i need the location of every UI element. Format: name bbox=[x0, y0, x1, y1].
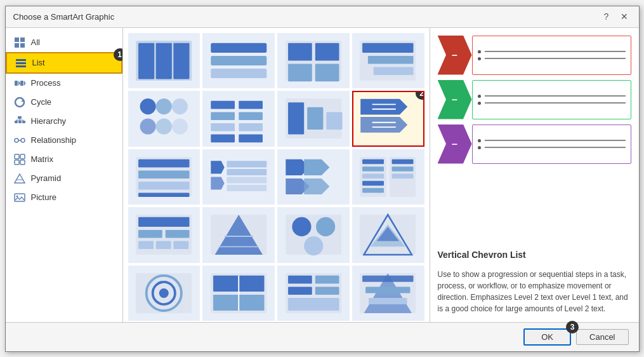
thumbnail-10[interactable] bbox=[202, 149, 275, 205]
thumbnail-17[interactable] bbox=[128, 266, 200, 321]
sidebar-label-matrix: Matrix bbox=[31, 154, 53, 164]
thumbnail-18[interactable] bbox=[202, 266, 275, 321]
sidebar-item-pyramid[interactable]: Pyramid bbox=[6, 169, 122, 188]
svg-rect-92 bbox=[362, 181, 384, 186]
bullet-line-1a bbox=[478, 50, 626, 53]
thumbnail-chevron-selected[interactable]: 2 bbox=[352, 91, 424, 147]
svg-marker-8 bbox=[18, 81, 20, 86]
bullet-line-1b bbox=[478, 57, 626, 60]
sidebar-item-all[interactable]: All bbox=[6, 33, 122, 52]
preview-text-green bbox=[472, 80, 631, 119]
svg-rect-34 bbox=[156, 43, 172, 79]
badge-1: 1 bbox=[114, 48, 123, 61]
svg-marker-77 bbox=[211, 161, 224, 173]
svg-rect-30 bbox=[15, 194, 25, 201]
dash-1a bbox=[485, 51, 626, 52]
dash-2b bbox=[485, 102, 626, 104]
thumbnail-1[interactable] bbox=[128, 33, 200, 89]
svg-rect-24 bbox=[15, 154, 19, 159]
sidebar-item-relationship[interactable]: Relationship bbox=[6, 131, 122, 150]
all-icon bbox=[13, 36, 26, 49]
sidebar-item-matrix[interactable]: Matrix bbox=[6, 150, 122, 169]
thumbnail-11[interactable] bbox=[277, 149, 350, 205]
svg-rect-27 bbox=[20, 160, 25, 165]
thumbnail-4[interactable] bbox=[352, 33, 424, 89]
svg-rect-1 bbox=[20, 37, 25, 42]
sidebar-item-cycle[interactable]: Cycle bbox=[6, 93, 122, 112]
thumbnail-15[interactable] bbox=[277, 207, 350, 263]
svg-rect-0 bbox=[15, 37, 19, 42]
svg-rect-75 bbox=[138, 182, 189, 190]
thumbnail-12[interactable] bbox=[352, 149, 424, 205]
svg-rect-101 bbox=[138, 241, 154, 250]
svg-rect-125 bbox=[288, 276, 312, 284]
svg-point-51 bbox=[140, 119, 156, 135]
dot-2b bbox=[478, 102, 481, 105]
dot-3b bbox=[478, 146, 481, 149]
svg-rect-41 bbox=[315, 43, 339, 61]
thumbnail-9[interactable] bbox=[128, 149, 200, 205]
svg-rect-63 bbox=[288, 103, 304, 135]
bullet-line-3a bbox=[478, 139, 626, 142]
thumbnail-2[interactable] bbox=[202, 33, 275, 89]
svg-rect-91 bbox=[362, 173, 384, 178]
sidebar-item-hierarchy[interactable]: Hierarchy bbox=[6, 112, 122, 131]
svg-rect-16 bbox=[22, 121, 25, 123]
thumbnail-7[interactable] bbox=[277, 91, 350, 147]
thumbnail-5[interactable] bbox=[128, 91, 200, 147]
svg-rect-102 bbox=[156, 241, 171, 250]
svg-marker-86 bbox=[304, 178, 329, 194]
sidebar-label-relationship: Relationship bbox=[31, 135, 77, 145]
svg-rect-93 bbox=[362, 188, 384, 193]
close-button[interactable]: ✕ bbox=[617, 10, 631, 24]
category-sidebar: All List 1 bbox=[6, 28, 123, 322]
svg-rect-3 bbox=[20, 43, 25, 48]
cancel-button[interactable]: Cancel bbox=[576, 329, 628, 345]
svg-rect-60 bbox=[239, 123, 263, 131]
svg-rect-95 bbox=[392, 166, 414, 172]
thumbnail-19[interactable] bbox=[277, 266, 350, 321]
dialog-content: All List 1 bbox=[6, 28, 639, 322]
sidebar-item-process[interactable]: Process bbox=[6, 74, 122, 93]
thumbnail-14[interactable] bbox=[202, 207, 275, 263]
preview-text-red bbox=[472, 36, 631, 75]
thumbnail-16[interactable] bbox=[352, 207, 424, 263]
preview-list: – – bbox=[438, 36, 631, 241]
svg-rect-127 bbox=[315, 276, 339, 284]
svg-marker-84 bbox=[304, 159, 329, 175]
sidebar-label-hierarchy: Hierarchy bbox=[31, 116, 67, 126]
right-panel: – – bbox=[430, 28, 639, 322]
thumbnail-13[interactable] bbox=[128, 207, 200, 263]
thumbnail-6[interactable] bbox=[202, 91, 275, 147]
svg-rect-129 bbox=[288, 298, 339, 311]
svg-rect-13 bbox=[18, 116, 22, 119]
sidebar-item-list[interactable]: List 1 bbox=[6, 52, 122, 74]
list-icon bbox=[15, 57, 27, 69]
svg-rect-54 bbox=[211, 101, 235, 109]
preview-item-3: – bbox=[438, 125, 631, 164]
svg-rect-133 bbox=[365, 286, 410, 293]
bullet-line-2a bbox=[478, 95, 626, 98]
picture-icon bbox=[13, 191, 26, 204]
sidebar-item-picture[interactable]: Picture bbox=[6, 188, 122, 207]
svg-marker-28 bbox=[15, 174, 25, 183]
help-button[interactable]: ? bbox=[600, 10, 614, 24]
chevron-minus-1: – bbox=[452, 50, 457, 61]
thumbnail-3[interactable] bbox=[277, 33, 350, 89]
title-bar-controls: ? ✕ bbox=[600, 10, 631, 24]
sidebar-label-all: All bbox=[31, 37, 40, 47]
thumbnail-20[interactable] bbox=[352, 266, 424, 321]
svg-marker-78 bbox=[211, 177, 224, 189]
svg-rect-14 bbox=[15, 121, 18, 123]
ok-button[interactable]: OK bbox=[523, 328, 571, 346]
svg-rect-33 bbox=[138, 43, 154, 79]
svg-marker-69 bbox=[360, 117, 407, 133]
svg-point-11 bbox=[15, 98, 24, 107]
svg-rect-134 bbox=[369, 298, 407, 304]
svg-rect-46 bbox=[368, 56, 414, 64]
svg-rect-47 bbox=[374, 67, 414, 75]
thumbnail-scroll[interactable]: 2 bbox=[123, 28, 430, 322]
sidebar-label-list: List bbox=[32, 58, 45, 67]
svg-rect-90 bbox=[362, 166, 384, 172]
svg-rect-100 bbox=[166, 230, 190, 238]
